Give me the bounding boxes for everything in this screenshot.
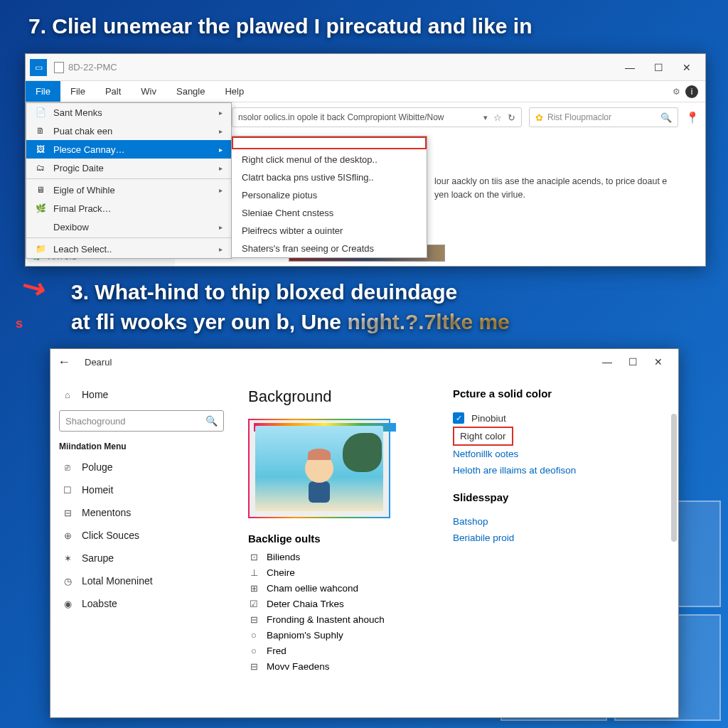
right-heading: Pcture a solid color xyxy=(453,387,645,400)
close-button[interactable]: ✕ xyxy=(673,57,701,78)
dropdown-item[interactable]: 📄Sant Menks▸ xyxy=(26,103,231,122)
right-link[interactable]: Netfonillk ootes xyxy=(453,446,645,462)
dropdown-item[interactable]: 📁Leach Select..▸ xyxy=(26,240,231,258)
step3-line1: 3. What-hind to thip bloxed deuindage xyxy=(71,280,457,304)
settings-window: ← Dearul — ☐ ✕ ⌂ Home Shachoground 🔍 Mii… xyxy=(50,348,679,718)
option-item[interactable]: ⊟Movv Faedens xyxy=(248,661,663,672)
dropdown-item[interactable]: 🌿Fimal Prack… xyxy=(26,199,231,218)
option-label: Deter Chaia Trkes xyxy=(267,599,344,609)
highlighted-option[interactable]: Right color xyxy=(453,427,513,446)
minimize-button[interactable]: — xyxy=(594,351,620,373)
item-icon: 🖼 xyxy=(35,144,46,155)
dropdown-item[interactable]: 🖥Eigle of Whihle▸ xyxy=(26,181,231,199)
option-item[interactable]: ○Fred xyxy=(248,646,663,656)
chevron-down-icon[interactable]: ▾ xyxy=(483,113,488,122)
option-item[interactable]: ⊥Cheire xyxy=(248,567,663,578)
menubar: File File Palt Wiv Sangle Help ⚙ i xyxy=(26,81,705,102)
highlighted-box xyxy=(232,136,427,149)
chevron-right-icon: ▸ xyxy=(219,186,223,194)
item-label: Dexibow xyxy=(53,222,89,232)
slides-heading: Slidesspay xyxy=(453,491,645,503)
menu-item[interactable]: Wiv xyxy=(131,81,166,102)
menu-item[interactable]: Palt xyxy=(95,81,131,102)
right-link[interactable]: Beriabile proid xyxy=(453,530,645,546)
submenu-item[interactable]: Personalize piotus xyxy=(232,186,427,204)
right-link[interactable]: Heloth are illaims at deofison xyxy=(453,462,645,478)
chevron-right-icon: ▸ xyxy=(219,164,223,172)
dropdown-item[interactable]: 🖼Plesce Cannay…▸ xyxy=(26,140,231,159)
step3-line2b: night.?.7ltke me xyxy=(347,310,509,333)
step3-caption: 3. What-hind to thip bloxed deuindage at… xyxy=(71,277,700,337)
submenu-item[interactable]: Pleifrecs wibter a ouinter xyxy=(232,222,427,240)
search-icon[interactable]: 🔍 xyxy=(660,112,672,123)
sidebar-item[interactable]: ◉Loabste xyxy=(59,592,224,615)
address-text: nsolor oolics.in opole it back Compropio… xyxy=(238,112,478,122)
scrollbar[interactable] xyxy=(671,414,677,542)
submenu-item[interactable]: Sleniae Chent cnstess xyxy=(232,204,427,222)
submenu-item[interactable]: Right click menul of the desktop.. xyxy=(232,151,427,168)
option-item[interactable]: ○Bapniom's Suphly xyxy=(248,630,663,641)
chevron-right-icon: ▸ xyxy=(219,127,223,135)
back-button[interactable]: ← xyxy=(58,355,70,370)
option-item[interactable]: ⊞Cham oellie wahcond xyxy=(248,583,663,594)
sidebar-item[interactable]: ◷Lotal Moneninet xyxy=(59,569,224,592)
window-title: Dearul xyxy=(85,357,594,368)
maximize-button[interactable]: ☐ xyxy=(644,57,673,78)
sidebar-item-label: Loabste xyxy=(82,598,117,609)
gear-icon[interactable]: ⚙ xyxy=(670,85,682,98)
maximize-button[interactable]: ☐ xyxy=(620,351,646,373)
submenu-item[interactable]: Shaters's fran seeing or Creatds xyxy=(232,240,427,257)
pin-icon[interactable]: 📍 xyxy=(685,111,700,124)
sidebar-item[interactable]: ✶Sarupe xyxy=(59,547,224,569)
link-label: Beriabile proid xyxy=(453,532,514,543)
item-icon: ☐ xyxy=(62,484,73,496)
search-box[interactable]: ✿ Rist Floupmaclor 🔍 xyxy=(529,107,678,127)
right-link[interactable]: Batshop xyxy=(453,513,645,530)
right-link[interactable]: ✓Pinobiut xyxy=(453,410,645,427)
dropdown-item[interactable]: 🗎Puat chak een▸ xyxy=(26,122,231,140)
chevron-right-icon: ▸ xyxy=(219,245,223,253)
account-icon[interactable]: i xyxy=(685,85,698,98)
menu-item[interactable]: Sangle xyxy=(166,81,215,102)
star-icon[interactable]: ☆ xyxy=(493,112,502,123)
search-icon[interactable]: 🔍 xyxy=(205,415,218,427)
sidebar-search[interactable]: Shachoground 🔍 xyxy=(59,410,224,432)
item-icon: ◷ xyxy=(62,575,73,587)
file-tab[interactable]: File xyxy=(26,81,60,102)
item-label: Eigle of Whihle xyxy=(53,185,115,196)
sidebar-section-header: Miindation Menu xyxy=(59,441,224,451)
explorer-window: ▭ 8D-22-PMC — ☐ ✕ File File Palt Wiv San… xyxy=(25,53,706,267)
dropdown-item[interactable]: Dexibow▸ xyxy=(26,218,231,236)
dropdown-item[interactable]: 🗂Progic Daite▸ xyxy=(26,159,231,177)
home-icon: ⌂ xyxy=(62,389,73,400)
close-button[interactable]: ✕ xyxy=(646,351,671,373)
option-item[interactable]: ☑Deter Chaia Trkes xyxy=(248,599,663,609)
item-icon: ⊟ xyxy=(62,507,73,518)
item-icon: 🌿 xyxy=(35,203,46,214)
option-icon: ⊟ xyxy=(248,614,259,625)
item-icon xyxy=(35,221,46,232)
address-bar[interactable]: nsolor oolics.in opole it back Compropio… xyxy=(232,107,522,127)
option-label: Cham oellie wahcond xyxy=(267,583,358,594)
option-icon: ☑ xyxy=(248,599,259,609)
settings-main: Background Backlige oults ⊡Biliends⊥Chei… xyxy=(232,375,678,717)
menu-item[interactable]: File xyxy=(60,81,95,102)
sidebar-item[interactable]: ⊟Menentons xyxy=(59,501,224,524)
submenu-item[interactable]: Clatrt backa pns ustive 5ISfling.. xyxy=(232,168,427,186)
option-item[interactable]: ⊟Fronding & Inastent ahouch xyxy=(248,614,663,625)
menu-item[interactable]: Help xyxy=(215,81,254,102)
sidebar-item-label: Sarupe xyxy=(82,552,114,564)
annotation-arrow: ↘ xyxy=(15,267,52,307)
item-icon: 🗂 xyxy=(35,162,46,173)
minimize-button[interactable]: — xyxy=(616,57,644,78)
sidebar-item-label: Homeit xyxy=(82,484,113,496)
sidebar-item[interactable]: ☐Homeit xyxy=(59,478,224,501)
refresh-icon[interactable]: ↻ xyxy=(508,112,515,123)
preview-character xyxy=(298,454,341,508)
item-icon: ✶ xyxy=(62,552,73,564)
sidebar-item[interactable]: ⊕Click Souces xyxy=(59,524,224,547)
sidebar-home[interactable]: ⌂ Home xyxy=(59,383,224,406)
item-icon: ⎚ xyxy=(62,461,73,473)
sidebar-item[interactable]: ⎚Poluge xyxy=(59,456,224,478)
option-label: Cheire xyxy=(267,567,295,578)
